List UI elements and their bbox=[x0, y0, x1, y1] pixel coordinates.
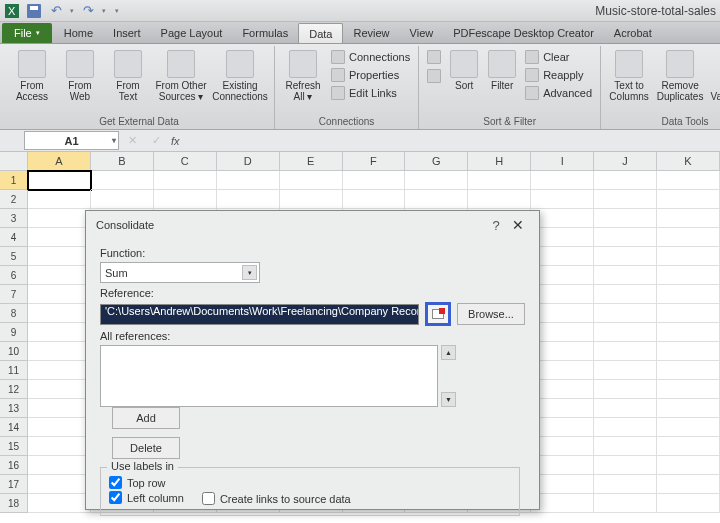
cell[interactable] bbox=[657, 266, 720, 285]
col-header-k[interactable]: K bbox=[657, 152, 720, 171]
from-other-sources-button[interactable]: From Other Sources ▾ bbox=[154, 48, 208, 102]
cell[interactable] bbox=[531, 323, 594, 342]
cell[interactable] bbox=[657, 285, 720, 304]
cell[interactable] bbox=[531, 475, 594, 494]
top-row-checkbox[interactable]: Top row bbox=[109, 476, 184, 489]
clear-button[interactable]: Clear bbox=[523, 48, 594, 66]
scroll-up-icon[interactable]: ▲ bbox=[441, 345, 456, 360]
tab-pdfescape[interactable]: PDFescape Desktop Creator bbox=[443, 23, 604, 43]
row-header[interactable]: 18 bbox=[0, 494, 28, 513]
cell[interactable] bbox=[217, 190, 280, 209]
cell[interactable] bbox=[28, 190, 91, 209]
cell[interactable] bbox=[657, 399, 720, 418]
cell[interactable] bbox=[154, 171, 217, 190]
cell[interactable] bbox=[657, 247, 720, 266]
col-header-c[interactable]: C bbox=[154, 152, 217, 171]
row-header[interactable]: 17 bbox=[0, 475, 28, 494]
cell[interactable] bbox=[28, 475, 91, 494]
row-header[interactable]: 3 bbox=[0, 209, 28, 228]
row-header[interactable]: 4 bbox=[0, 228, 28, 247]
cell[interactable] bbox=[657, 323, 720, 342]
cell[interactable] bbox=[531, 380, 594, 399]
cell[interactable] bbox=[280, 171, 343, 190]
cell[interactable] bbox=[217, 171, 280, 190]
col-header-i[interactable]: I bbox=[531, 152, 594, 171]
close-icon[interactable]: ✕ bbox=[507, 217, 529, 233]
cell[interactable] bbox=[657, 380, 720, 399]
cell[interactable] bbox=[531, 171, 594, 190]
col-header-b[interactable]: B bbox=[91, 152, 154, 171]
tab-formulas[interactable]: Formulas bbox=[232, 23, 298, 43]
fx-icon[interactable]: fx bbox=[171, 135, 180, 147]
connections-button[interactable]: Connections bbox=[329, 48, 412, 66]
cell[interactable] bbox=[531, 494, 594, 513]
tab-view[interactable]: View bbox=[400, 23, 444, 43]
cell[interactable] bbox=[343, 190, 406, 209]
cell[interactable] bbox=[531, 456, 594, 475]
cell[interactable] bbox=[657, 437, 720, 456]
col-header-e[interactable]: E bbox=[280, 152, 343, 171]
row-header[interactable]: 1 bbox=[0, 171, 28, 190]
col-header-j[interactable]: J bbox=[594, 152, 657, 171]
cell[interactable] bbox=[657, 418, 720, 437]
create-links-checkbox[interactable]: Create links to source data bbox=[202, 492, 351, 505]
cell[interactable] bbox=[91, 171, 154, 190]
cell[interactable] bbox=[405, 190, 468, 209]
cell[interactable] bbox=[405, 171, 468, 190]
col-header-f[interactable]: F bbox=[343, 152, 406, 171]
cell[interactable] bbox=[531, 342, 594, 361]
tab-acrobat[interactable]: Acrobat bbox=[604, 23, 662, 43]
tab-data[interactable]: Data bbox=[298, 23, 343, 43]
cell[interactable] bbox=[594, 323, 657, 342]
refresh-all-button[interactable]: Refresh All ▾ bbox=[281, 48, 325, 102]
cancel-formula-icon[interactable]: ✕ bbox=[123, 132, 141, 150]
delete-button[interactable]: Delete bbox=[112, 437, 180, 459]
collapse-dialog-button[interactable] bbox=[425, 302, 451, 326]
tab-review[interactable]: Review bbox=[343, 23, 399, 43]
cell[interactable] bbox=[91, 190, 154, 209]
cell[interactable] bbox=[280, 190, 343, 209]
row-header[interactable]: 6 bbox=[0, 266, 28, 285]
cell[interactable] bbox=[468, 171, 531, 190]
row-header[interactable]: 10 bbox=[0, 342, 28, 361]
row-header[interactable]: 5 bbox=[0, 247, 28, 266]
cell[interactable] bbox=[657, 171, 720, 190]
name-box[interactable]: A1▾ bbox=[24, 131, 119, 150]
cell[interactable] bbox=[594, 247, 657, 266]
cell[interactable] bbox=[28, 228, 91, 247]
cell[interactable] bbox=[594, 266, 657, 285]
cell[interactable] bbox=[28, 437, 91, 456]
cell[interactable] bbox=[657, 228, 720, 247]
qat-customize-icon[interactable]: ▾ bbox=[115, 7, 119, 15]
cell[interactable] bbox=[28, 304, 91, 323]
cell[interactable] bbox=[343, 171, 406, 190]
enter-formula-icon[interactable]: ✓ bbox=[147, 132, 165, 150]
tab-file[interactable]: File▾ bbox=[2, 23, 52, 43]
cell[interactable] bbox=[531, 361, 594, 380]
left-column-checkbox[interactable]: Left column bbox=[109, 491, 184, 504]
row-header[interactable]: 11 bbox=[0, 361, 28, 380]
cell[interactable] bbox=[28, 399, 91, 418]
cell[interactable] bbox=[28, 361, 91, 380]
cell[interactable] bbox=[28, 285, 91, 304]
cell[interactable] bbox=[28, 494, 91, 513]
scroll-down-icon[interactable]: ▼ bbox=[441, 392, 456, 407]
add-button[interactable]: Add bbox=[112, 407, 180, 429]
cell[interactable] bbox=[28, 456, 91, 475]
cell[interactable] bbox=[531, 437, 594, 456]
cell[interactable] bbox=[531, 418, 594, 437]
cell[interactable] bbox=[531, 266, 594, 285]
tab-page-layout[interactable]: Page Layout bbox=[151, 23, 233, 43]
redo-icon[interactable]: ↷ bbox=[80, 3, 96, 19]
row-header[interactable]: 7 bbox=[0, 285, 28, 304]
chevron-down-icon[interactable]: ▾ bbox=[242, 265, 257, 280]
row-header[interactable]: 14 bbox=[0, 418, 28, 437]
col-header-a[interactable]: A bbox=[28, 152, 91, 171]
select-all-corner[interactable] bbox=[0, 152, 28, 171]
cell[interactable] bbox=[468, 190, 531, 209]
row-header[interactable]: 16 bbox=[0, 456, 28, 475]
cell[interactable] bbox=[28, 247, 91, 266]
cell[interactable] bbox=[531, 304, 594, 323]
cell[interactable] bbox=[657, 190, 720, 209]
from-web-button[interactable]: From Web bbox=[58, 48, 102, 102]
